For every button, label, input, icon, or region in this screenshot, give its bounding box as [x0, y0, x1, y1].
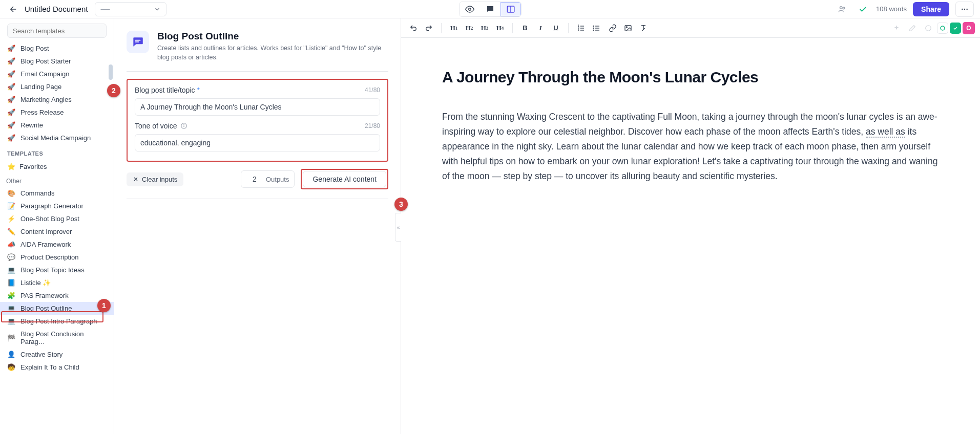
- clear-format-button[interactable]: [636, 21, 651, 35]
- sidebar-item[interactable]: ⚡One-Shot Blog Post: [0, 212, 114, 225]
- tone-char-count: 21/80: [365, 122, 380, 129]
- template-item-label: Blog Post Starter: [20, 57, 71, 65]
- redo-button[interactable]: [422, 21, 436, 35]
- italic-button[interactable]: I: [533, 21, 548, 35]
- user-avatar[interactable]: O: [963, 22, 975, 34]
- template-description: Create lists and outlines for articles. …: [157, 44, 388, 62]
- redo-icon: [425, 24, 433, 32]
- underline-button[interactable]: U: [549, 21, 563, 35]
- sidebar-item[interactable]: 🚀Email Campaign: [0, 68, 114, 80]
- undo-icon: [409, 24, 418, 32]
- ai-tool-2[interactable]: [905, 21, 920, 35]
- undo-button[interactable]: [406, 21, 421, 35]
- bold-button[interactable]: B: [518, 21, 532, 35]
- svg-point-3: [840, 6, 843, 9]
- grammar-badge[interactable]: [937, 23, 948, 34]
- tone-input[interactable]: [135, 134, 380, 151]
- form-highlight-box: Blog post title/topic * 41/80 Tone of vo…: [127, 79, 388, 162]
- collapse-panel-tab[interactable]: «: [395, 213, 401, 242]
- preview-mode-button[interactable]: [460, 2, 480, 16]
- sidebar-item[interactable]: 💻Blog Post Intro Paragraph: [0, 315, 114, 328]
- sidebar-item[interactable]: 🚀Marketing Angles: [0, 93, 114, 106]
- title-input[interactable]: [135, 98, 380, 116]
- search-input[interactable]: [7, 24, 107, 38]
- template-icon: [127, 31, 149, 53]
- info-icon[interactable]: [180, 122, 187, 129]
- clear-inputs-button[interactable]: Clear inputs: [127, 172, 183, 186]
- sidebar-item-blog-post-outline[interactable]: 💻Blog Post Outline: [0, 302, 114, 315]
- clear-format-icon: [639, 24, 648, 32]
- back-button[interactable]: [6, 2, 20, 16]
- split-mode-button[interactable]: [501, 2, 521, 16]
- template-item-label: Blog Post Topic Ideas: [20, 266, 85, 274]
- ai-tool-1[interactable]: [889, 21, 904, 35]
- outputs-stepper[interactable]: 2 Outputs: [241, 170, 295, 188]
- sidebar-item[interactable]: 💻Blog Post Topic Ideas: [0, 264, 114, 276]
- chat-icon: [486, 5, 495, 14]
- sidebar-item[interactable]: 📣AIDA Framework: [0, 238, 114, 251]
- template-item-icon: 💬: [7, 253, 15, 261]
- template-item-label: Blog Post Outline: [20, 305, 72, 312]
- sidebar-item[interactable]: 🚀Rewrite: [0, 119, 114, 132]
- image-icon: [624, 24, 632, 32]
- layout-split-icon: [506, 5, 515, 14]
- sidebar-item[interactable]: ✏️Content Improver: [0, 225, 114, 238]
- template-item-icon: 📘: [7, 279, 15, 287]
- list-ol-icon: 123: [577, 24, 585, 32]
- other-heading: Other: [0, 173, 114, 187]
- saved-indicator: [856, 2, 870, 16]
- svg-point-7: [966, 8, 967, 9]
- check-icon: [858, 5, 867, 14]
- template-item-icon: 🧒: [7, 363, 15, 371]
- template-item-label: Marketing Angles: [20, 96, 72, 103]
- sidebar-item[interactable]: 🚀Blog Post Starter: [0, 55, 114, 68]
- sidebar-item[interactable]: 👤Creative Story: [0, 348, 114, 361]
- grammar-highlight[interactable]: as well as: [866, 126, 905, 138]
- unordered-list-button[interactable]: [589, 21, 603, 35]
- generate-button[interactable]: Generate AI content: [303, 171, 386, 187]
- template-item-label: Blog Post: [20, 45, 49, 52]
- sidebar-item[interactable]: 🚀Social Media Campaign: [0, 132, 114, 144]
- sidebar-item[interactable]: 🚀Blog Post: [0, 42, 114, 55]
- link-button[interactable]: [606, 21, 620, 35]
- sidebar-item[interactable]: 📘Listicle ✨: [0, 276, 114, 289]
- eye-icon: [465, 5, 474, 14]
- ai-tool-3[interactable]: [921, 21, 935, 35]
- h4-button[interactable]: H4: [493, 21, 507, 35]
- image-button[interactable]: [621, 21, 635, 35]
- template-item-icon: 📣: [7, 241, 15, 248]
- ordered-list-button[interactable]: 123: [574, 21, 588, 35]
- comments-mode-button[interactable]: [480, 2, 501, 16]
- share-button[interactable]: Share: [913, 2, 949, 16]
- sidebar-item[interactable]: 🚀Press Release: [0, 106, 114, 119]
- status-selector[interactable]: —: [95, 2, 166, 16]
- svg-point-12: [183, 124, 184, 125]
- sidebar-item[interactable]: 🧒Explain It To a Child: [0, 361, 114, 374]
- template-item-icon: 🚀: [7, 96, 15, 103]
- collaborators-button[interactable]: [835, 2, 849, 16]
- svg-rect-9: [135, 41, 139, 42]
- favorites-item[interactable]: ⭐ Favorites: [0, 160, 114, 173]
- document-paragraph: From the stunning Waxing Crescent to the…: [442, 110, 939, 183]
- required-asterisk: *: [197, 86, 200, 94]
- template-item-icon: 📝: [7, 202, 15, 210]
- document-title[interactable]: Untitled Document: [25, 5, 88, 13]
- svg-point-28: [941, 26, 945, 30]
- chevron-down-icon: [154, 6, 161, 13]
- sidebar-item[interactable]: 🏁Blog Post Conclusion Parag…: [0, 328, 114, 348]
- sidebar-item[interactable]: 🎨Commands: [0, 187, 114, 200]
- sidebar-item[interactable]: 🧩PAS Framework: [0, 289, 114, 302]
- sidebar-scrollbar[interactable]: [109, 64, 113, 434]
- template-item-label: Email Campaign: [20, 70, 69, 78]
- h1-button[interactable]: H1: [447, 21, 461, 35]
- h2-button[interactable]: H2: [462, 21, 476, 35]
- plagiarism-badge[interactable]: [950, 23, 961, 34]
- template-item-label: One-Shot Blog Post: [20, 215, 79, 223]
- more-menu-button[interactable]: [955, 2, 974, 17]
- template-title: Blog Post Outline: [157, 31, 388, 42]
- sidebar-item[interactable]: 🚀Landing Page: [0, 80, 114, 93]
- document-content[interactable]: A Journey Through the Moon's Lunar Cycle…: [401, 38, 980, 214]
- sidebar-item[interactable]: 📝Paragraph Generator: [0, 200, 114, 212]
- sidebar-item[interactable]: 💬Product Description: [0, 251, 114, 264]
- h3-button[interactable]: H3: [477, 21, 492, 35]
